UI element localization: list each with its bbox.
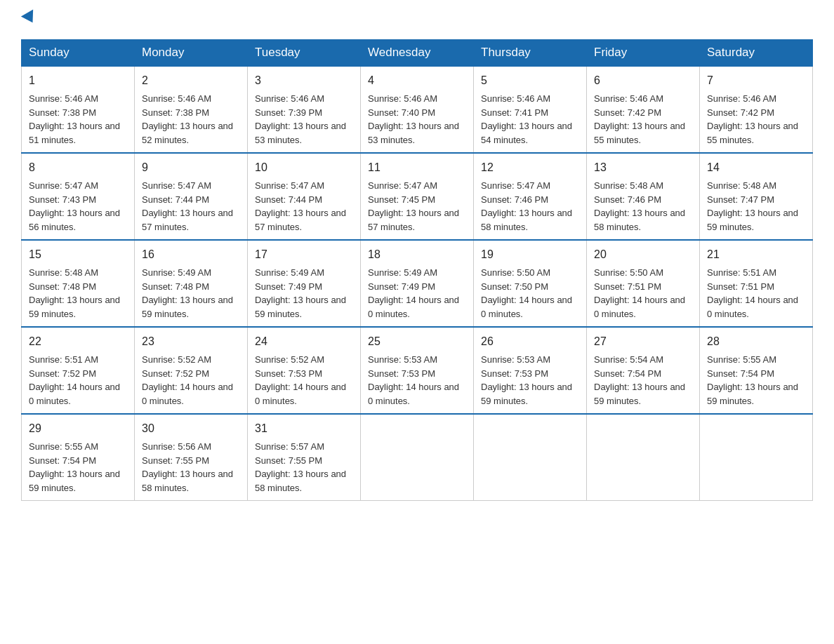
day-number: 22 [29,333,127,350]
calendar-cell: 25 Sunrise: 5:53 AMSunset: 7:53 PMDaylig… [361,327,474,414]
header-tuesday: Tuesday [248,40,361,67]
day-number: 27 [594,333,692,350]
page-header [21,14,813,25]
calendar-table: SundayMondayTuesdayWednesdayThursdayFrid… [21,39,813,501]
calendar-cell: 5 Sunrise: 5:46 AMSunset: 7:41 PMDayligh… [474,66,587,153]
day-info: Sunrise: 5:52 AMSunset: 7:52 PMDaylight:… [142,354,233,406]
week-row-3: 15 Sunrise: 5:48 AMSunset: 7:48 PMDaylig… [22,240,813,327]
calendar-cell: 12 Sunrise: 5:47 AMSunset: 7:46 PMDaylig… [474,153,587,240]
calendar-cell [474,414,587,501]
calendar-cell: 16 Sunrise: 5:49 AMSunset: 7:48 PMDaylig… [135,240,248,327]
day-number: 17 [255,246,353,263]
calendar-cell: 28 Sunrise: 5:55 AMSunset: 7:54 PMDaylig… [700,327,813,414]
calendar-cell: 15 Sunrise: 5:48 AMSunset: 7:48 PMDaylig… [22,240,135,327]
day-info: Sunrise: 5:54 AMSunset: 7:54 PMDaylight:… [594,354,685,406]
day-number: 14 [707,159,805,176]
calendar-cell: 10 Sunrise: 5:47 AMSunset: 7:44 PMDaylig… [248,153,361,240]
day-number: 21 [707,246,805,263]
day-number: 31 [255,420,353,437]
day-number: 7 [707,72,805,89]
calendar-cell: 8 Sunrise: 5:47 AMSunset: 7:43 PMDayligh… [22,153,135,240]
day-info: Sunrise: 5:55 AMSunset: 7:54 PMDaylight:… [29,441,120,493]
day-info: Sunrise: 5:49 AMSunset: 7:48 PMDaylight:… [142,267,233,319]
day-number: 6 [594,72,692,89]
day-number: 11 [368,159,466,176]
calendar-cell: 14 Sunrise: 5:48 AMSunset: 7:47 PMDaylig… [700,153,813,240]
day-info: Sunrise: 5:47 AMSunset: 7:46 PMDaylight:… [481,180,572,232]
day-number: 20 [594,246,692,263]
day-info: Sunrise: 5:48 AMSunset: 7:47 PMDaylight:… [707,180,798,232]
day-info: Sunrise: 5:46 AMSunset: 7:41 PMDaylight:… [481,93,572,145]
calendar-cell [700,414,813,501]
calendar-cell: 27 Sunrise: 5:54 AMSunset: 7:54 PMDaylig… [587,327,700,414]
day-number: 24 [255,333,353,350]
day-info: Sunrise: 5:47 AMSunset: 7:45 PMDaylight:… [368,180,459,232]
day-info: Sunrise: 5:46 AMSunset: 7:38 PMDaylight:… [29,93,120,145]
day-number: 15 [29,246,127,263]
day-number: 4 [368,72,466,89]
calendar-cell: 31 Sunrise: 5:57 AMSunset: 7:55 PMDaylig… [248,414,361,501]
day-info: Sunrise: 5:50 AMSunset: 7:51 PMDaylight:… [594,267,685,319]
day-number: 19 [481,246,579,263]
day-info: Sunrise: 5:55 AMSunset: 7:54 PMDaylight:… [707,354,798,406]
day-info: Sunrise: 5:46 AMSunset: 7:39 PMDaylight:… [255,93,346,145]
calendar-cell: 17 Sunrise: 5:49 AMSunset: 7:49 PMDaylig… [248,240,361,327]
day-info: Sunrise: 5:48 AMSunset: 7:48 PMDaylight:… [29,267,120,319]
day-number: 28 [707,333,805,350]
day-info: Sunrise: 5:56 AMSunset: 7:55 PMDaylight:… [142,441,233,493]
day-info: Sunrise: 5:46 AMSunset: 7:42 PMDaylight:… [594,93,685,145]
day-number: 26 [481,333,579,350]
header-sunday: Sunday [22,40,135,67]
calendar-cell: 13 Sunrise: 5:48 AMSunset: 7:46 PMDaylig… [587,153,700,240]
calendar-cell: 2 Sunrise: 5:46 AMSunset: 7:38 PMDayligh… [135,66,248,153]
week-row-5: 29 Sunrise: 5:55 AMSunset: 7:54 PMDaylig… [22,414,813,501]
header-friday: Friday [587,40,700,67]
logo-triangle-icon [21,9,39,26]
day-number: 2 [142,72,240,89]
calendar-cell: 6 Sunrise: 5:46 AMSunset: 7:42 PMDayligh… [587,66,700,153]
calendar-cell: 23 Sunrise: 5:52 AMSunset: 7:52 PMDaylig… [135,327,248,414]
header-wednesday: Wednesday [361,40,474,67]
day-number: 12 [481,159,579,176]
calendar-cell: 21 Sunrise: 5:51 AMSunset: 7:51 PMDaylig… [700,240,813,327]
day-info: Sunrise: 5:53 AMSunset: 7:53 PMDaylight:… [481,354,572,406]
day-info: Sunrise: 5:51 AMSunset: 7:52 PMDaylight:… [29,354,120,406]
day-number: 13 [594,159,692,176]
day-number: 5 [481,72,579,89]
calendar-cell: 20 Sunrise: 5:50 AMSunset: 7:51 PMDaylig… [587,240,700,327]
logo [21,14,38,25]
calendar-cell [361,414,474,501]
day-info: Sunrise: 5:48 AMSunset: 7:46 PMDaylight:… [594,180,685,232]
day-info: Sunrise: 5:47 AMSunset: 7:44 PMDaylight:… [142,180,233,232]
day-info: Sunrise: 5:46 AMSunset: 7:38 PMDaylight:… [142,93,233,145]
day-number: 23 [142,333,240,350]
calendar-cell: 26 Sunrise: 5:53 AMSunset: 7:53 PMDaylig… [474,327,587,414]
calendar-cell: 19 Sunrise: 5:50 AMSunset: 7:50 PMDaylig… [474,240,587,327]
header-thursday: Thursday [474,40,587,67]
calendar-cell: 1 Sunrise: 5:46 AMSunset: 7:38 PMDayligh… [22,66,135,153]
day-info: Sunrise: 5:57 AMSunset: 7:55 PMDaylight:… [255,441,346,493]
calendar-cell: 24 Sunrise: 5:52 AMSunset: 7:53 PMDaylig… [248,327,361,414]
day-number: 9 [142,159,240,176]
calendar-cell [587,414,700,501]
day-info: Sunrise: 5:53 AMSunset: 7:53 PMDaylight:… [368,354,459,406]
calendar-cell: 18 Sunrise: 5:49 AMSunset: 7:49 PMDaylig… [361,240,474,327]
calendar-cell: 30 Sunrise: 5:56 AMSunset: 7:55 PMDaylig… [135,414,248,501]
day-info: Sunrise: 5:51 AMSunset: 7:51 PMDaylight:… [707,267,798,319]
day-info: Sunrise: 5:52 AMSunset: 7:53 PMDaylight:… [255,354,346,406]
day-info: Sunrise: 5:47 AMSunset: 7:43 PMDaylight:… [29,180,120,232]
day-number: 10 [255,159,353,176]
day-info: Sunrise: 5:46 AMSunset: 7:40 PMDaylight:… [368,93,459,145]
day-number: 8 [29,159,127,176]
day-number: 16 [142,246,240,263]
calendar-cell: 4 Sunrise: 5:46 AMSunset: 7:40 PMDayligh… [361,66,474,153]
calendar-cell: 11 Sunrise: 5:47 AMSunset: 7:45 PMDaylig… [361,153,474,240]
day-info: Sunrise: 5:49 AMSunset: 7:49 PMDaylight:… [255,267,346,319]
calendar-cell: 7 Sunrise: 5:46 AMSunset: 7:42 PMDayligh… [700,66,813,153]
day-info: Sunrise: 5:46 AMSunset: 7:42 PMDaylight:… [707,93,798,145]
day-info: Sunrise: 5:49 AMSunset: 7:49 PMDaylight:… [368,267,459,319]
calendar-cell: 29 Sunrise: 5:55 AMSunset: 7:54 PMDaylig… [22,414,135,501]
week-row-2: 8 Sunrise: 5:47 AMSunset: 7:43 PMDayligh… [22,153,813,240]
day-info: Sunrise: 5:47 AMSunset: 7:44 PMDaylight:… [255,180,346,232]
day-number: 1 [29,72,127,89]
